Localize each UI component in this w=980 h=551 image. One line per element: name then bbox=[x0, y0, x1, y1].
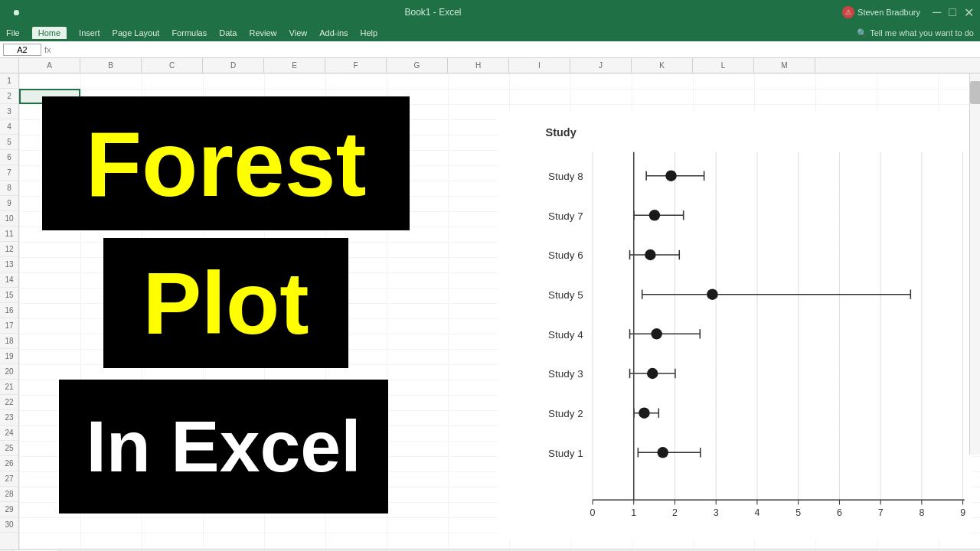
tab-view[interactable]: View bbox=[289, 28, 308, 37]
row-16: 16 bbox=[0, 303, 18, 318]
row-2: 2 bbox=[0, 89, 18, 104]
row-18: 18 bbox=[0, 334, 18, 349]
row-4: 4 bbox=[0, 119, 18, 135]
row-19: 19 bbox=[0, 349, 18, 364]
row-1: 1 bbox=[0, 73, 18, 89]
col-b: B bbox=[80, 58, 142, 73]
window-controls: ─ □ ✕ bbox=[926, 5, 974, 20]
tab-review[interactable]: Review bbox=[249, 28, 276, 37]
row-30: 30 bbox=[0, 517, 18, 533]
col-j: J bbox=[570, 58, 632, 73]
row-24: 24 bbox=[0, 425, 18, 441]
col-k: K bbox=[632, 58, 693, 73]
col-f: F bbox=[325, 58, 387, 73]
tab-insert[interactable]: Insert bbox=[79, 28, 100, 37]
col-m: M bbox=[754, 58, 815, 73]
row-9: 9 bbox=[0, 196, 18, 211]
row-20: 20 bbox=[0, 364, 18, 380]
selected-cell bbox=[19, 89, 80, 104]
tab-formulas[interactable]: Formulas bbox=[172, 28, 207, 37]
col-e: E bbox=[264, 58, 325, 73]
row-6: 6 bbox=[0, 150, 18, 165]
col-d: D bbox=[203, 58, 264, 73]
formula-bar: A2 fx bbox=[0, 41, 980, 58]
row-12: 12 bbox=[0, 242, 18, 257]
spreadsheet-area[interactable]: Forest Plot In Excel Study bbox=[19, 73, 980, 549]
row-7: 7 bbox=[0, 165, 18, 181]
row-15: 15 bbox=[0, 288, 18, 303]
col-h: H bbox=[448, 58, 509, 73]
row-23: 23 bbox=[0, 410, 18, 425]
row-10: 10 bbox=[0, 211, 18, 227]
tab-data[interactable]: Data bbox=[219, 28, 237, 37]
column-headers: A B C D E F G H I J K L M bbox=[0, 58, 980, 73]
row-26: 26 bbox=[0, 456, 18, 471]
row-3: 3 bbox=[0, 104, 18, 119]
row-21: 21 bbox=[0, 380, 18, 395]
tab-home[interactable]: Home bbox=[32, 27, 67, 39]
col-c: C bbox=[142, 58, 203, 73]
row-28: 28 bbox=[0, 487, 18, 502]
tab-file[interactable]: File bbox=[6, 28, 20, 37]
main-content: 1 2 3 4 5 6 7 8 9 10 11 12 13 14 15 16 1… bbox=[0, 73, 980, 549]
excel-topbar: ​ ⏺ Book1 - Excel ⚠ Steven Bradbury ─ □ … bbox=[0, 0, 980, 24]
col-a: A bbox=[19, 58, 80, 73]
col-g: G bbox=[387, 58, 448, 73]
row-27: 27 bbox=[0, 471, 18, 487]
formula-input[interactable] bbox=[54, 45, 977, 54]
row-8: 8 bbox=[0, 181, 18, 196]
row-11: 11 bbox=[0, 227, 18, 242]
col-i: I bbox=[509, 58, 570, 73]
col-l: L bbox=[693, 58, 754, 73]
tab-page-layout[interactable]: Page Layout bbox=[113, 28, 160, 37]
row-5: 5 bbox=[0, 135, 18, 150]
corner-cell bbox=[0, 58, 19, 73]
row-25: 25 bbox=[0, 441, 18, 456]
window-title: Book1 - Excel bbox=[24, 7, 842, 18]
row-13: 13 bbox=[0, 257, 18, 272]
cell-reference[interactable]: A2 bbox=[3, 44, 41, 56]
user-name: ⚠ Steven Bradbury bbox=[842, 6, 920, 18]
row-29: 29 bbox=[0, 502, 18, 517]
tab-help[interactable]: Help bbox=[361, 28, 378, 37]
ribbon: File Home Insert Page Layout Formulas Da… bbox=[0, 24, 980, 41]
formula-divider: fx bbox=[44, 45, 51, 54]
row-numbers: 1 2 3 4 5 6 7 8 9 10 11 12 13 14 15 16 1… bbox=[0, 73, 19, 549]
row-22: 22 bbox=[0, 395, 18, 410]
row-17: 17 bbox=[0, 318, 18, 334]
tab-addins[interactable]: Add-ins bbox=[319, 28, 348, 37]
row-14: 14 bbox=[0, 272, 18, 288]
